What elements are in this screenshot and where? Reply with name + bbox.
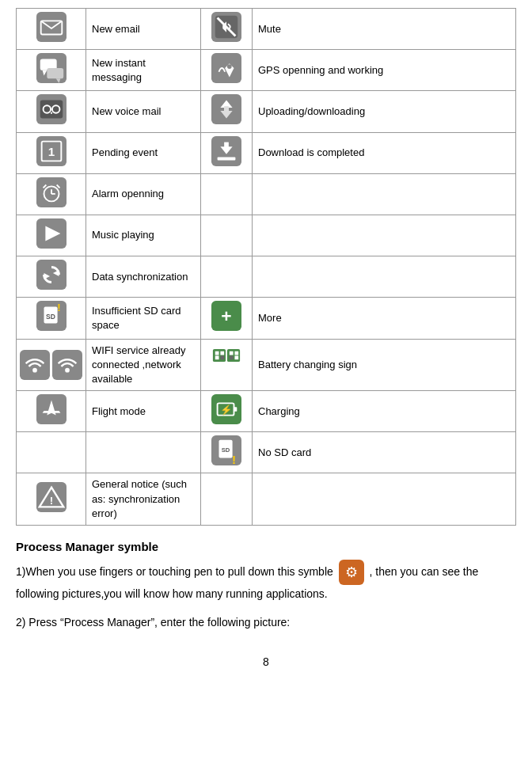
left-label-0: New email	[86, 9, 201, 50]
table-row: Flight mode⚡Charging	[17, 391, 516, 432]
svg-rect-28	[224, 142, 229, 150]
process-manager-section: Process Manager symble 1)When you use fi…	[16, 540, 516, 632]
svg-rect-54	[220, 356, 224, 360]
left-label-7: Insufficient SD card space	[86, 298, 201, 339]
right-icon-2	[201, 91, 253, 132]
svg-rect-57	[234, 351, 238, 355]
para1-before: 1)When you use fingers or touching pen t…	[16, 565, 333, 578]
svg-text:1: 1	[48, 144, 55, 158]
svg-rect-50	[213, 349, 226, 362]
svg-text:SD: SD	[222, 446, 230, 454]
right-label-10: No SD card	[253, 432, 516, 473]
svg-text:!: !	[57, 302, 60, 314]
svg-rect-53	[215, 356, 219, 360]
page-number: 8	[16, 655, 516, 668]
right-icon-6	[201, 256, 253, 298]
table-row: SD!No SD card	[17, 432, 516, 473]
left-icon-2	[17, 91, 86, 132]
left-icon-11: !	[17, 473, 86, 526]
left-icon-10	[17, 432, 86, 473]
table-row: Music playing	[17, 215, 516, 256]
left-label-9: Flight mode	[86, 391, 201, 432]
svg-point-49	[65, 368, 70, 373]
svg-text:SD: SD	[46, 313, 55, 321]
svg-rect-21	[224, 107, 229, 112]
svg-text:!: !	[232, 453, 236, 465]
svg-rect-55	[227, 349, 240, 362]
svg-rect-51	[215, 351, 219, 355]
svg-rect-46	[20, 350, 50, 380]
icon-reference-table: New emailMuteNew instant messagingGPS op…	[16, 8, 516, 526]
right-icon-0	[201, 9, 253, 50]
left-label-1: New instant messaging	[86, 50, 201, 91]
left-label-8: WIFI service already connected ,network …	[86, 339, 201, 391]
left-label-11: General notice (such as: synchronization…	[86, 473, 201, 526]
right-label-11	[253, 473, 516, 526]
right-icon-3	[201, 132, 253, 173]
right-icon-8	[201, 339, 253, 391]
right-label-1: GPS openning and working	[253, 50, 516, 91]
svg-text:!: !	[49, 495, 52, 507]
left-icon-4	[17, 173, 86, 215]
left-icon-5	[17, 215, 86, 256]
right-icon-9: ⚡	[201, 391, 253, 432]
para1: 1)When you use fingers or touching pen t…	[16, 560, 516, 602]
right-label-9: Charging	[253, 391, 516, 432]
section-title: Process Manager symble	[16, 540, 516, 553]
table-row: SD!Insufficient SD card space+More	[17, 298, 516, 339]
right-icon-4	[201, 173, 253, 215]
svg-text:+: +	[221, 306, 231, 326]
left-label-5: Music playing	[86, 215, 201, 256]
table-row: Data synchronization	[17, 256, 516, 298]
right-icon-10: SD!	[201, 432, 253, 473]
right-label-2: Uploading/downloading	[253, 91, 516, 132]
svg-rect-8	[47, 68, 63, 78]
left-icon-3: 1	[17, 132, 86, 173]
svg-rect-26	[218, 157, 236, 160]
svg-text:⚡: ⚡	[220, 404, 233, 416]
process-manager-icon: ⚙	[339, 560, 364, 585]
left-icon-9	[17, 391, 86, 432]
table-row: !General notice (such as: synchronizatio…	[17, 473, 516, 526]
table-row: New instant messagingGPS openning and wo…	[17, 50, 516, 91]
left-icon-8	[17, 339, 86, 391]
left-label-3: Pending event	[86, 132, 201, 173]
right-label-0: Mute	[253, 9, 516, 50]
right-icon-7: +	[201, 298, 253, 339]
right-icon-11	[201, 473, 253, 526]
left-label-10	[86, 432, 201, 473]
svg-rect-48	[52, 350, 82, 380]
svg-rect-37	[36, 260, 66, 290]
right-label-6	[253, 256, 516, 298]
right-label-4	[253, 173, 516, 215]
table-row: 1Pending eventDownload is completed	[17, 132, 516, 173]
svg-rect-52	[220, 351, 224, 355]
right-label-8: Battery changing sign	[253, 339, 516, 391]
left-icon-0	[17, 9, 86, 50]
svg-rect-58	[230, 356, 234, 360]
table-row: Alarm openning	[17, 173, 516, 215]
table-row: WIFI service already connected ,network …	[17, 339, 516, 391]
left-icon-6	[17, 256, 86, 298]
left-label-4: Alarm openning	[86, 173, 201, 215]
para2: 2) Press “Process Manager”, enter the fo…	[16, 613, 516, 631]
right-icon-5	[201, 215, 253, 256]
right-icon-1	[201, 50, 253, 91]
svg-point-47	[32, 368, 37, 373]
right-label-5	[253, 215, 516, 256]
table-row: New emailMute	[17, 9, 516, 50]
right-label-7: More	[253, 298, 516, 339]
table-row: New voice mailUploading/downloading	[17, 91, 516, 132]
left-icon-7: SD!	[17, 298, 86, 339]
right-label-3: Download is completed	[253, 132, 516, 173]
left-icon-1	[17, 50, 86, 91]
left-label-2: New voice mail	[86, 91, 201, 132]
svg-rect-56	[230, 351, 234, 355]
svg-rect-63	[234, 407, 238, 412]
svg-rect-59	[234, 356, 238, 360]
left-label-6: Data synchronization	[86, 256, 201, 298]
svg-point-11	[227, 64, 232, 69]
